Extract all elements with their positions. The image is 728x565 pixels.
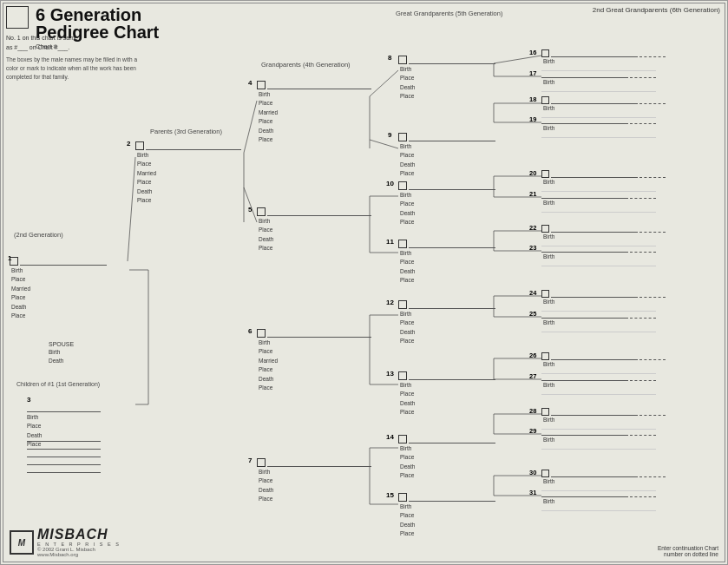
person-2-fields: Birth Place Married Place Death Place: [135, 151, 241, 205]
svg-line-2: [244, 187, 257, 222]
person-9: 9 Birth Place Death Place: [398, 133, 495, 179]
person-28-cont: [639, 408, 666, 416]
person-14: 14 Birth Place Death Place: [398, 435, 495, 481]
person-7-box: [257, 458, 266, 467]
person-2: 2 Birth Place Married Place Death Place: [135, 141, 241, 205]
person-4-fields: Birth Place Married Place Death Place: [257, 90, 371, 144]
pedigree-chart: 6 Generation Pedigree Chart Chart # 2nd …: [0, 0, 728, 565]
person-25-birth: Birth: [541, 319, 656, 325]
person-12-fields: Birth Place Death Place: [398, 310, 495, 346]
person-8-nameline: [409, 56, 495, 64]
person-11-id: 11: [386, 238, 394, 246]
person-6-nameline: [267, 329, 371, 338]
person-28: 28 Birth: [541, 408, 666, 430]
person-4-id: 4: [248, 79, 252, 87]
person-20-nameline: [551, 170, 638, 178]
person-16-cont: [639, 49, 666, 57]
person-1-nameline: [20, 257, 107, 266]
person-22-cont: [639, 225, 666, 233]
person-11-box: [398, 240, 407, 248]
person-23-nameline: [541, 245, 628, 253]
person-31-birth: Birth: [541, 498, 656, 504]
person-13: 13 Birth Place Death Place: [398, 371, 495, 417]
person-8-id: 8: [388, 54, 391, 62]
person-4-box: [257, 81, 266, 89]
person-1: Birth Place Married Place Death Place: [10, 257, 107, 320]
person-21-birth-line: [541, 206, 656, 213]
spouse-label: SPOUSE: [49, 341, 74, 347]
person-22-birth: Birth: [541, 233, 666, 240]
person-29-birth: Birth: [541, 437, 656, 443]
person-7-nameline: [267, 458, 371, 467]
boxes-text: The boxes by the male names may be fille…: [6, 56, 141, 81]
person-24-box: [541, 290, 549, 298]
person-14-nameline: [409, 435, 495, 443]
person-19-birth: Birth: [541, 125, 656, 131]
person-31: 31 Birth: [541, 489, 656, 511]
person-5-id: 5: [248, 206, 252, 214]
person-30-cont: [639, 470, 666, 477]
child-line-5: [27, 472, 101, 473]
person-11-fields: Birth Place Death Place: [398, 249, 495, 286]
no1-text: No. 1 on this chart is same: [6, 34, 141, 43]
person-24-birth: Birth: [541, 299, 666, 305]
person-2-box: [135, 141, 144, 150]
person-9-fields: Birth Place Death Place: [398, 142, 495, 179]
person-29-id: 29: [529, 427, 536, 435]
person-19-nameline: [541, 116, 628, 124]
person-7: 7 Birth Place Death Place: [257, 458, 371, 504]
person-4-nameline: [267, 81, 371, 89]
person-13-box: [398, 371, 407, 380]
person-10-box: [398, 181, 407, 190]
person-17-nameline: [541, 70, 628, 78]
person-6-fields: Birth Place Married Place Death Place: [257, 338, 371, 392]
person-19: 19 Birth: [541, 116, 656, 138]
svg-line-0: [128, 157, 135, 261]
person-17-birth-line: [541, 85, 656, 92]
person-19-cont: [630, 116, 656, 124]
person-10-id: 10: [386, 180, 394, 187]
person-9-nameline: [409, 133, 495, 141]
chart-box: [6, 6, 29, 29]
person-25-birth-line: [541, 325, 656, 332]
person-7-fields: Birth Place Death Place: [257, 468, 371, 504]
person-18-cont: [639, 96, 666, 104]
person-10-fields: Birth Place Death Place: [398, 191, 495, 227]
person-30-birth: Birth: [541, 478, 666, 484]
person-29: 29 Birth: [541, 428, 656, 450]
person-2-id: 2: [127, 140, 130, 148]
person-21: 21 Birth: [541, 191, 656, 213]
person-15-fields: Birth Place Death Place: [398, 503, 495, 539]
person-13-nameline: [409, 371, 495, 380]
website: www.Misbach.org: [37, 552, 121, 557]
person-13-fields: Birth Place Death Place: [398, 381, 495, 417]
person-9-box: [398, 133, 407, 141]
person-16: 16 Birth: [541, 49, 666, 71]
person-18-box: [541, 96, 549, 104]
continue-label-1: Enter continuation Chart: [658, 545, 718, 551]
child-line-3: [27, 457, 101, 457]
as-text: as #___ on Chart #___.: [6, 43, 141, 53]
person-14-box: [398, 435, 407, 443]
person-28-nameline: [551, 408, 638, 416]
person-23: 23 Birth: [541, 245, 656, 266]
grandparents-label: Grandparents (4th Generation): [261, 61, 351, 69]
person-4: 4 Birth Place Married Place Death Place: [257, 81, 371, 144]
person-27-cont: [630, 373, 656, 381]
person-20-id: 20: [529, 169, 536, 177]
person-29-birth-line: [541, 443, 656, 450]
logo-misbach: MISBACH: [37, 528, 121, 542]
person-25-cont: [630, 311, 656, 319]
continue-label-2: number on dotted line: [658, 551, 718, 557]
person-8: 8 Birth Place Death Place: [398, 56, 495, 102]
person-1-fields: Birth Place Married Place Death Place: [10, 266, 107, 320]
child-line-4: [27, 464, 101, 465]
logo-area: M MISBACH E N T E R P R I S E S © 2002 G…: [10, 528, 121, 557]
person-27-birth: Birth: [541, 382, 656, 388]
person-25-nameline: [541, 311, 628, 319]
svg-line-4: [370, 70, 398, 96]
person-8-box: [398, 56, 407, 64]
person-23-birth-line: [541, 260, 656, 266]
person-26-cont: [639, 352, 666, 360]
person-2-nameline: [146, 141, 241, 150]
